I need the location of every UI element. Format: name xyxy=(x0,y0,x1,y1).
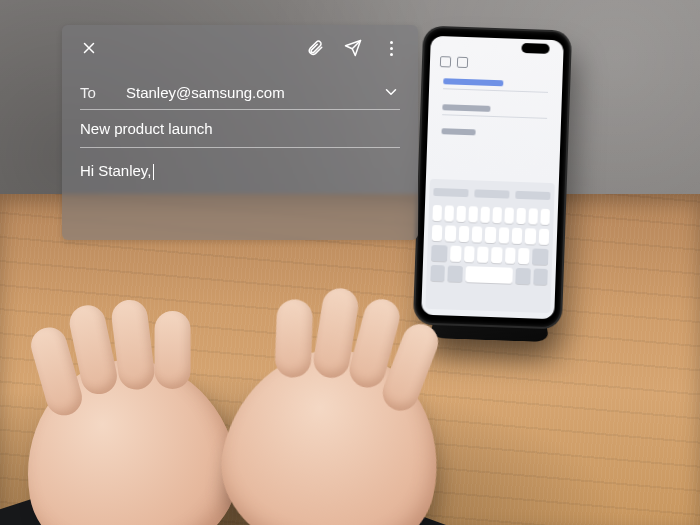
phone-body-text xyxy=(441,128,475,135)
subject-field[interactable]: New product launch xyxy=(80,110,400,148)
phone-keyboard xyxy=(425,179,554,313)
send-icon[interactable] xyxy=(344,39,362,57)
phone-to-field xyxy=(443,88,548,93)
to-field[interactable]: To Stanley@samsung.com xyxy=(80,75,400,110)
body-field[interactable]: Hi Stanley, xyxy=(80,148,400,180)
close-icon[interactable] xyxy=(80,39,98,57)
subject-text: New product launch xyxy=(80,120,213,137)
paperclip-icon[interactable] xyxy=(306,39,324,57)
text-cursor xyxy=(153,164,154,180)
phone-toolbar xyxy=(440,56,553,76)
email-compose-overlay: To Stanley@samsung.com New product launc… xyxy=(62,25,418,240)
more-vertical-icon[interactable] xyxy=(382,41,400,56)
smartphone xyxy=(415,28,570,328)
phone-subject-field xyxy=(442,114,547,119)
chevron-down-icon[interactable] xyxy=(382,83,400,101)
body-text: Hi Stanley, xyxy=(80,162,151,179)
phone-screen xyxy=(421,36,564,319)
phone-on-stand xyxy=(415,28,570,328)
to-label: To xyxy=(80,84,108,101)
to-value: Stanley@samsung.com xyxy=(126,84,364,101)
camera-cutout xyxy=(521,43,549,54)
